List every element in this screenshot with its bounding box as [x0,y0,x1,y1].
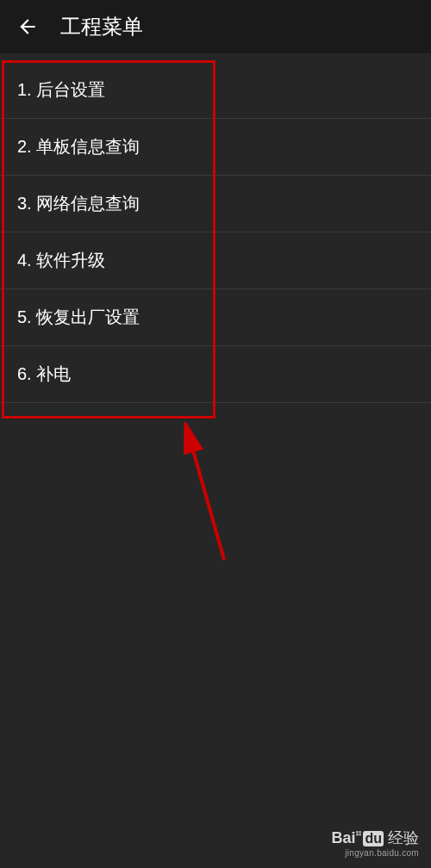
menu-item-factory-reset[interactable]: 5. 恢复出厂设置 [0,289,431,346]
menu-item-label: 4. 软件升级 [17,249,105,272]
annotation-arrow-icon [172,422,241,568]
back-button[interactable] [10,9,45,44]
menu-item-label: 5. 恢复出厂设置 [17,306,140,329]
menu-item-label: 3. 网络信息查询 [17,192,140,215]
back-arrow-icon [16,16,39,38]
watermark-brand-text: 经验 [388,828,419,848]
menu-item-board-info-query[interactable]: 2. 单板信息查询 [0,119,431,176]
watermark-url: jingyan.baidu.com [345,848,419,858]
menu-item-software-upgrade[interactable]: 4. 软件升级 [0,232,431,289]
menu-item-label: 1. 后台设置 [17,78,105,102]
menu-item-background-settings[interactable]: 1. 后台设置 [0,62,431,119]
watermark-logo-icon: Bai⠶du [331,829,384,847]
menu-item-recharge[interactable]: 6. 补电 [0,346,431,403]
svg-line-1 [188,432,224,560]
menu-list: 1. 后台设置 2. 单板信息查询 3. 网络信息查询 4. 软件升级 5. 恢… [0,53,431,403]
menu-item-label: 6. 补电 [17,363,71,386]
page-title: 工程菜单 [60,13,143,40]
watermark-brand: Bai⠶du 经验 [331,828,419,848]
watermark-paw-icon: ⠶ [355,828,362,839]
watermark-brand-left: Bai [331,829,355,847]
watermark-brand-mid: du [363,831,384,846]
watermark: Bai⠶du 经验 jingyan.baidu.com [331,828,419,858]
app-header: 工程菜单 [0,0,431,53]
menu-item-label: 2. 单板信息查询 [17,135,140,158]
menu-item-network-info-query[interactable]: 3. 网络信息查询 [0,176,431,232]
